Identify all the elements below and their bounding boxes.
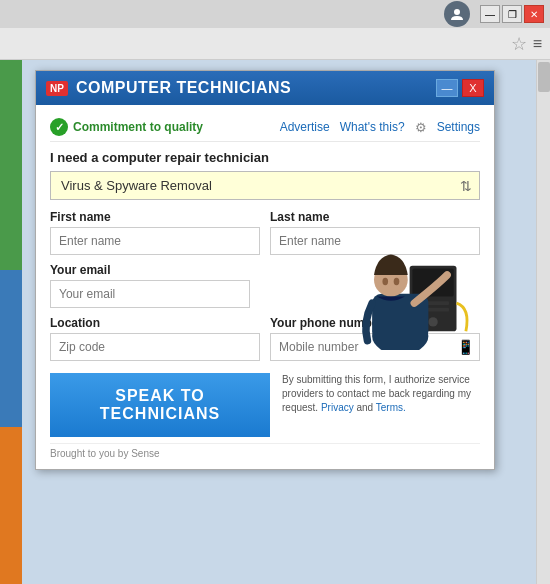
- quality-bar: ✓ Commitment to quality Advertise What's…: [50, 113, 480, 142]
- terms-link[interactable]: Terms.: [376, 402, 406, 413]
- first-name-label: First name: [50, 210, 260, 224]
- disclaimer: By submitting this form, I authorize ser…: [282, 373, 480, 415]
- user-icon: [444, 1, 470, 27]
- restore-button[interactable]: ❐: [502, 5, 522, 23]
- minimize-button[interactable]: —: [480, 5, 500, 23]
- np-badge: NP: [46, 81, 68, 96]
- service-select[interactable]: Virus & Spyware Removal Hardware Repair …: [50, 171, 480, 200]
- widget-header: NP COMPUTER TECHNICIANS — X: [36, 71, 494, 105]
- location-label: Location: [50, 316, 260, 330]
- technician-image: [354, 200, 484, 350]
- menu-icon[interactable]: ≡: [533, 35, 542, 53]
- svg-point-0: [454, 9, 460, 15]
- browser-titlebar: — ❐ ✕: [0, 0, 550, 28]
- first-name-input[interactable]: [50, 227, 260, 255]
- bookmark-star-icon[interactable]: ☆: [511, 33, 527, 55]
- service-select-wrapper[interactable]: Virus & Spyware Removal Hardware Repair …: [50, 171, 480, 200]
- speak-to-technicians-button[interactable]: SPEAK TO TECHNICIANS: [50, 373, 270, 437]
- widget-popup: NP COMPUTER TECHNICIANS — X ✓ Commitment…: [35, 70, 495, 470]
- check-icon: ✓: [50, 118, 68, 136]
- scrollbar[interactable]: [536, 60, 550, 584]
- scrollbar-thumb[interactable]: [538, 62, 550, 92]
- blue-bar: [0, 270, 22, 427]
- side-bars: [0, 60, 22, 584]
- widget-controls: — X: [436, 79, 484, 97]
- green-bar: [0, 60, 22, 270]
- widget-close-button[interactable]: X: [462, 79, 484, 97]
- and-connector: and: [357, 402, 374, 413]
- location-col: Location: [50, 316, 260, 361]
- form-heading: I need a computer repair technician: [50, 150, 480, 165]
- settings-gear-icon: ⚙: [415, 120, 427, 135]
- first-name-col: First name: [50, 210, 260, 255]
- page-content: NP COMPUTER TECHNICIANS — X ✓ Commitment…: [0, 60, 550, 584]
- cta-section: SPEAK TO TECHNICIANS By submitting this …: [50, 369, 480, 437]
- close-button[interactable]: ✕: [524, 5, 544, 23]
- location-input[interactable]: [50, 333, 260, 361]
- brought-by: Brought to you by Sense: [50, 443, 480, 459]
- widget-title-group: NP COMPUTER TECHNICIANS: [46, 79, 291, 97]
- email-input[interactable]: [50, 280, 250, 308]
- advertise-link[interactable]: Advertise: [280, 120, 330, 134]
- email-col: Your email: [50, 263, 250, 308]
- svg-point-10: [394, 278, 400, 286]
- browser-toolbar: ☆ ≡: [0, 28, 550, 59]
- whats-this-link[interactable]: What's this?: [340, 120, 405, 134]
- privacy-link[interactable]: Privacy: [321, 402, 354, 413]
- quality-links: Advertise What's this? ⚙ Settings: [280, 120, 480, 135]
- widget-body: ✓ Commitment to quality Advertise What's…: [36, 105, 494, 469]
- quality-text: Commitment to quality: [73, 120, 203, 134]
- widget-title: COMPUTER TECHNICIANS: [76, 79, 291, 97]
- browser-chrome: — ❐ ✕ ☆ ≡: [0, 0, 550, 60]
- settings-link[interactable]: Settings: [437, 120, 480, 134]
- svg-point-9: [382, 278, 388, 286]
- svg-point-3: [428, 317, 437, 326]
- email-label: Your email: [50, 263, 250, 277]
- orange-bar: [0, 427, 22, 584]
- quality-label: ✓ Commitment to quality: [50, 118, 203, 136]
- widget-minimize-button[interactable]: —: [436, 79, 458, 97]
